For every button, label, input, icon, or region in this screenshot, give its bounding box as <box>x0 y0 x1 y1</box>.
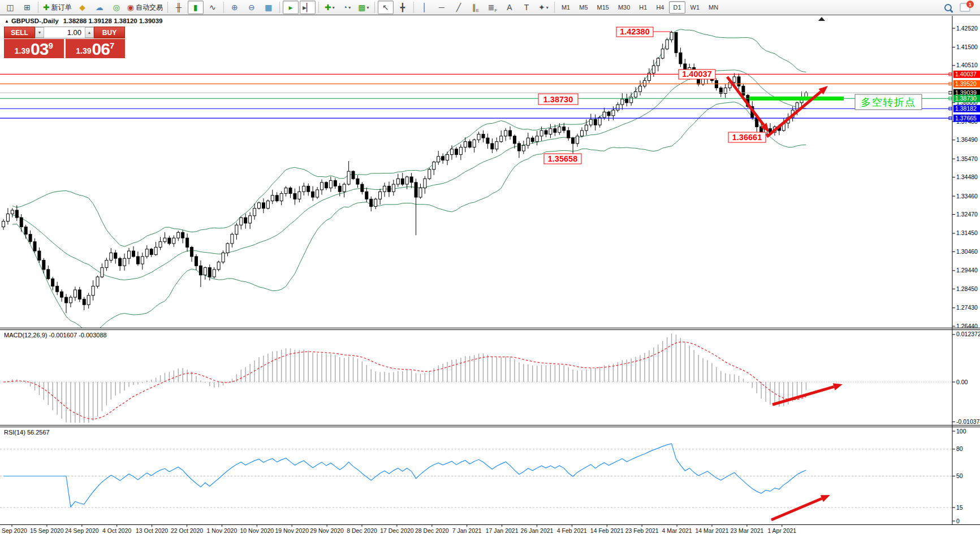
svg-text:17 Dec 2020: 17 Dec 2020 <box>380 527 414 534</box>
candlestick-chart-icon[interactable]: ▮ <box>188 1 204 14</box>
price-annotation-label[interactable]: 1.40037 <box>679 70 715 79</box>
timeframe-mn[interactable]: MN <box>705 1 722 14</box>
svg-text:4 Oct 2020: 4 Oct 2020 <box>102 527 132 534</box>
scroll-position-marker[interactable] <box>818 17 825 21</box>
svg-text:4 Mar 2021: 4 Mar 2021 <box>662 527 692 534</box>
trend-arrow[interactable] <box>772 383 843 405</box>
svg-text:1.40037: 1.40037 <box>955 71 977 77</box>
history-center-icon[interactable]: ◆ <box>75 1 90 14</box>
svg-text:8 Dec 2020: 8 Dec 2020 <box>347 527 377 534</box>
svg-text:1.40510: 1.40510 <box>956 62 978 68</box>
tile-windows-icon[interactable]: ▦ <box>261 1 277 14</box>
timeframe-d1[interactable]: D1 <box>669 1 685 14</box>
note-annotation-label[interactable]: 多空转折点 <box>855 94 922 110</box>
svg-text:29 Nov 2020: 29 Nov 2020 <box>310 527 344 534</box>
price-annotation-label[interactable]: 1.36661 <box>728 132 766 142</box>
svg-text:5 Sep 2020: 5 Sep 2020 <box>0 527 27 534</box>
svg-text:1.35470: 1.35470 <box>956 155 978 162</box>
market-watch-icon[interactable]: ⊞ <box>19 1 35 14</box>
svg-text:19 Nov 2020: 19 Nov 2020 <box>275 527 309 534</box>
timeframe-m5[interactable]: M5 <box>575 1 592 14</box>
svg-text:1.26440: 1.26440 <box>956 323 978 329</box>
rsi-panel[interactable] <box>3 444 806 507</box>
svg-text:1.38730: 1.38730 <box>955 95 977 102</box>
svg-text:1.29440: 1.29440 <box>956 267 978 273</box>
line-chart-icon[interactable]: ∿ <box>205 1 221 14</box>
timeframe-h4[interactable]: H4 <box>652 1 668 14</box>
text-label-icon[interactable]: T <box>519 1 534 14</box>
search-icon[interactable] <box>944 4 952 11</box>
collapse-triangle-icon[interactable]: ▲ <box>5 19 9 24</box>
auto-scroll-icon[interactable]: ▸ <box>283 1 299 14</box>
crosshair-icon[interactable]: ╋ <box>395 1 411 14</box>
price-chart-svg[interactable]: 1.425201.415001.405101.385001.374801.364… <box>0 16 980 534</box>
indicators-icon[interactable]: ✚▾ <box>322 1 338 14</box>
autotrading-icon[interactable]: ◉自动交易 <box>126 1 165 14</box>
main-price-panel[interactable] <box>0 29 952 332</box>
svg-text:1.39520: 1.39520 <box>955 80 977 87</box>
volume-decrease-button[interactable]: ▼ <box>35 27 44 38</box>
bar-chart-icon[interactable]: ╫ <box>171 1 187 14</box>
chat-icon[interactable]: 1 <box>960 3 970 12</box>
svg-text:15: 15 <box>956 504 963 511</box>
buy-price-panel[interactable]: 1.39 06 7 <box>66 39 126 58</box>
timeframe-w1[interactable]: W1 <box>687 1 704 14</box>
svg-text:22 Oct 2020: 22 Oct 2020 <box>171 527 203 534</box>
macd-label: MACD(12,26,9) -0.001607 -0.003088 <box>4 332 107 338</box>
chart-window-icon[interactable]: ◫ <box>2 1 18 14</box>
price-annotation-label[interactable]: 1.35658 <box>544 154 581 164</box>
new-order-icon[interactable]: ✚新订单 <box>41 1 74 14</box>
sell-price-handle: 1.39 <box>15 46 30 55</box>
trendline-icon[interactable]: ╱ <box>451 1 467 14</box>
toolbar-separator <box>223 2 224 13</box>
chart-shift-icon[interactable]: ▸▏ <box>300 1 316 14</box>
chart-area[interactable]: 1.425201.415001.405101.385001.374801.364… <box>0 16 980 534</box>
timeframe-m15[interactable]: M15 <box>593 1 613 14</box>
arrows-icon[interactable]: ✦▾ <box>536 1 551 14</box>
time-axis-line <box>0 524 980 525</box>
trend-arrow[interactable] <box>767 86 828 137</box>
text-icon[interactable]: A <box>502 1 517 14</box>
svg-text:1.32470: 1.32470 <box>956 211 978 218</box>
timeframe-m1[interactable]: M1 <box>558 1 574 14</box>
sell-price-pips: 03 <box>31 41 48 58</box>
web-terminal-icon[interactable]: ☁ <box>92 1 107 14</box>
volume-increase-button[interactable]: ▲ <box>85 27 94 38</box>
support-highlight-band[interactable] <box>749 97 844 101</box>
svg-text:0.012372: 0.012372 <box>956 331 980 337</box>
separator-line[interactable] <box>0 328 980 328</box>
templates-icon[interactable]: ▩▾ <box>356 1 372 14</box>
toolbar-separator <box>413 2 414 13</box>
price-annotation-label[interactable]: 1.38730 <box>538 94 578 105</box>
svg-text:1.34480: 1.34480 <box>956 173 978 180</box>
svg-text:17 Jan 2021: 17 Jan 2021 <box>486 527 519 534</box>
sell-button[interactable]: SELL <box>4 27 35 38</box>
horizontal-line-icon[interactable]: ─ <box>434 1 450 14</box>
sell-price-panel[interactable]: 1.39 03 9 <box>4 39 64 58</box>
vertical-line-icon[interactable]: │ <box>417 1 433 14</box>
price-annotation-label[interactable]: 1.42380 <box>616 27 671 37</box>
svg-text:1.38730: 1.38730 <box>543 95 573 104</box>
periods-icon[interactable]: ◔▾ <box>339 1 355 14</box>
trend-arrow[interactable] <box>727 77 769 132</box>
zoom-in-icon[interactable]: ⊕ <box>227 1 243 14</box>
buy-button[interactable]: BUY <box>94 27 125 38</box>
svg-text:1.31450: 1.31450 <box>956 229 978 236</box>
toolbar-separator <box>279 2 280 13</box>
macd-panel[interactable] <box>3 333 806 425</box>
cursor-icon[interactable]: ↖ <box>378 1 394 14</box>
svg-text:7 Jan 2021: 7 Jan 2021 <box>452 527 482 534</box>
notification-badge[interactable]: 1 <box>966 1 974 8</box>
svg-text:1 Apr 2021: 1 Apr 2021 <box>767 527 796 534</box>
volume-field[interactable]: 1.00 <box>44 27 85 38</box>
fibonacci-icon[interactable]: ≣F <box>485 1 500 14</box>
timeframe-h1[interactable]: H1 <box>635 1 651 14</box>
zoom-out-icon[interactable]: ⊖ <box>244 1 260 14</box>
signals-icon[interactable]: ◎ <box>109 1 124 14</box>
mt4-window: ◫⊞✚新订单◆☁◎◉自动交易╫▮∿⊕⊖▦▸▸▏✚▾◔▾▩▾↖╋│─╱∥E≣FAT… <box>0 0 980 534</box>
toolbar-separator <box>318 2 319 13</box>
separator-line[interactable] <box>0 425 980 426</box>
timeframe-m30[interactable]: M30 <box>614 1 634 14</box>
equidistant-channel-icon[interactable]: ∥E <box>468 1 483 14</box>
svg-text:4 Feb 2021: 4 Feb 2021 <box>557 527 587 534</box>
